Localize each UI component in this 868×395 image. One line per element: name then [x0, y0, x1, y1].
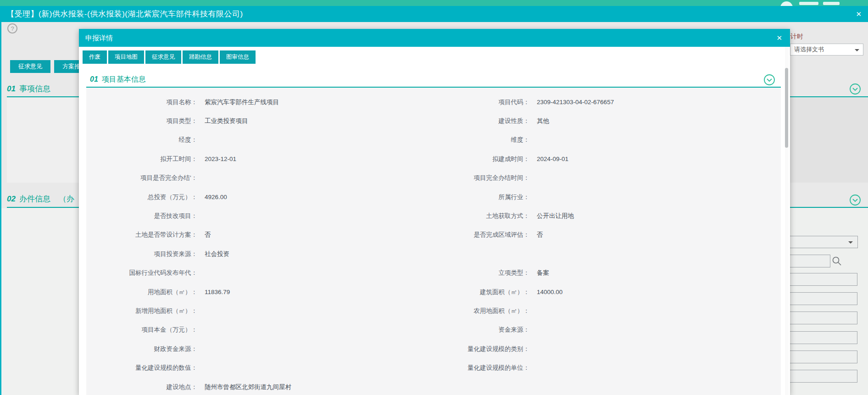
- field-value: 其他: [529, 117, 781, 125]
- form-row: 建设地点：随州市曾都区北郊街道九间屋村: [86, 378, 781, 395]
- modal-title: 申报详情: [85, 29, 113, 47]
- field-value: 11836.79: [197, 289, 392, 295]
- bg-input-field[interactable]: [788, 350, 857, 363]
- form-row: 国标行业代码发布年代：立项类型：备案: [86, 264, 781, 283]
- field-label: 项目名称：: [86, 98, 197, 106]
- form-row: 是否技改项目：土地获取方式：公开出让用地: [86, 206, 781, 225]
- modal-tabs: 作废项目地图征求意见踏勘信息图审信息: [83, 50, 256, 64]
- bg-input-field[interactable]: [788, 292, 857, 305]
- form-row: 拟开工时间：2023-12-01拟建成时间：2024-09-01: [86, 150, 781, 168]
- timer-label: 计时: [790, 33, 803, 41]
- field-value: 工业类投资项目: [197, 117, 392, 125]
- field-value: 2023-12-01: [197, 156, 392, 162]
- bg-content-block: [1, 208, 79, 395]
- section-suffix: （办: [59, 195, 74, 203]
- modal-scrollbar[interactable]: [785, 47, 789, 395]
- field-label: 建设性质：: [392, 117, 529, 125]
- field-value: 14000.00: [529, 289, 781, 295]
- field-label: 总投资（万元）：: [86, 193, 197, 201]
- form-row: 总投资（万元）：4926.00所属行业：: [86, 188, 781, 206]
- field-label: 建设地点：: [86, 383, 197, 391]
- field-label: 拟开工时间：: [86, 155, 197, 163]
- modal-tab-project-map[interactable]: 项目地图: [108, 50, 144, 64]
- field-value: 紫宸汽车零部件生产线项目: [197, 98, 392, 106]
- section-divider: [7, 96, 79, 97]
- window-title: 【受理】(新)供水报装-(供水报装)(湖北紫宸汽车部件科技有限公司): [6, 6, 243, 22]
- top-user-strip: [0, 0, 868, 6]
- bg-search-input[interactable]: [788, 255, 830, 267]
- field-label: 项目是否完全办结'：: [86, 174, 197, 182]
- field-label: 项目完全办结时间：: [392, 174, 529, 182]
- section-divider: [789, 96, 868, 97]
- bg-input-field[interactable]: [788, 331, 857, 344]
- modal-form: 项目名称：紫宸汽车零部件生产线项目项目代码：2309-421303-04-02-…: [86, 88, 781, 395]
- field-label: 量化建设规模的类别：: [392, 345, 529, 353]
- search-icon[interactable]: [831, 256, 842, 267]
- collapse-chevron-icon[interactable]: [849, 83, 861, 95]
- bg-input-field[interactable]: [788, 273, 857, 286]
- section-title: 项目基本信息: [102, 75, 146, 83]
- field-label: 国标行业代码发布年代：: [86, 269, 197, 277]
- form-row: 项目是否完全办结'：项目完全办结时间：: [86, 169, 781, 188]
- form-row: 量化建设规模的数值：量化建设规模的单位：: [86, 358, 781, 377]
- help-icon[interactable]: ?: [7, 23, 17, 33]
- field-label: 经度：: [86, 136, 197, 144]
- field-label: 是否技改项目：: [86, 212, 197, 220]
- field-value: 2024-09-01: [529, 156, 781, 162]
- form-row: 项目类型：工业类投资项目建设性质：其他: [86, 111, 781, 130]
- form-row: 项目投资来源：社会投资: [86, 245, 781, 263]
- field-label: 项目投资来源：: [86, 250, 197, 258]
- user-role-fragment: [823, 2, 840, 5]
- field-label: 建筑面积（㎡）：: [392, 288, 529, 296]
- field-value: 公开出让用地: [529, 212, 781, 220]
- form-row: 财政资金来源：量化建设规模的类别：: [86, 339, 781, 358]
- field-label: 维度：: [392, 136, 529, 144]
- form-row: 新增用地面积（㎡）：农用地面积（㎡）：: [86, 301, 781, 320]
- modal-tab-drawing-review-info[interactable]: 图审信息: [220, 50, 256, 64]
- form-row: 项目本金（万元）：资金来源：: [86, 321, 781, 339]
- field-value: 随州市曾都区北郊街道九间屋村: [197, 383, 392, 391]
- caret-down-icon: [848, 241, 853, 244]
- field-label: 量化建设规模的数值：: [86, 364, 197, 372]
- field-label: 立项类型：: [392, 269, 529, 277]
- field-label: 新增用地面积（㎡）：: [86, 307, 197, 315]
- field-label: 拟建成时间：: [392, 155, 529, 163]
- modal-tab-solicit-opinions[interactable]: 征求意见: [145, 50, 181, 64]
- collapse-chevron-icon[interactable]: [849, 194, 861, 206]
- form-row: 用地面积（㎡）：11836.79建筑面积（㎡）：14000.00: [86, 283, 781, 301]
- modal-tab-survey-info[interactable]: 踏勘信息: [183, 50, 218, 64]
- field-label: 土地获取方式：: [392, 212, 529, 220]
- document-select-value: 请选择文书: [794, 46, 824, 53]
- field-label: 土地是否带设计方案：: [86, 231, 197, 239]
- modal-close-icon[interactable]: ✕: [776, 29, 782, 47]
- modal-header: 申报详情 ✕: [79, 29, 790, 47]
- field-label: 项目代码：: [392, 98, 529, 106]
- bg-dropdown[interactable]: [788, 236, 858, 248]
- section-number: 01: [90, 75, 98, 83]
- avatar[interactable]: [780, 1, 793, 6]
- scrollbar-thumb[interactable]: [785, 68, 788, 148]
- field-label: 资金来源：: [392, 326, 529, 334]
- window-close-icon[interactable]: ✕: [856, 6, 862, 22]
- field-value: 4926.00: [197, 194, 392, 200]
- form-row: 土地是否带设计方案：否是否完成区域评估：否: [86, 226, 781, 245]
- document-select[interactable]: 请选择文书: [790, 44, 863, 56]
- user-name-fragment: [799, 2, 818, 5]
- bg-content-block: [789, 98, 868, 183]
- window-titlebar: 【受理】(新)供水报装-(供水报装)(湖北紫宸汽车部件科技有限公司) ✕: [0, 6, 868, 22]
- bg-section-matter-info: 01事项信息: [7, 83, 50, 94]
- bg-input-field[interactable]: [788, 370, 857, 383]
- field-value: 社会投资: [197, 250, 392, 258]
- field-label: 农用地面积（㎡）：: [392, 307, 529, 315]
- declaration-detail-modal: 申报详情 ✕ 作废项目地图征求意见踏勘信息图审信息 01项目基本信息 项目名称：…: [79, 29, 790, 395]
- bg-input-field[interactable]: [788, 312, 857, 324]
- collapse-chevron-icon[interactable]: [763, 74, 775, 86]
- field-value: 否: [197, 231, 392, 239]
- bg-button-solicit-opinions[interactable]: 征求意见: [10, 60, 50, 73]
- field-value: 备案: [529, 269, 781, 277]
- modal-tab-void[interactable]: 作废: [83, 50, 107, 64]
- field-label: 用地面积（㎡）：: [86, 288, 197, 296]
- field-label: 财政资金来源：: [86, 345, 197, 353]
- bg-content-block: [7, 98, 79, 183]
- section-number: 01: [7, 84, 16, 93]
